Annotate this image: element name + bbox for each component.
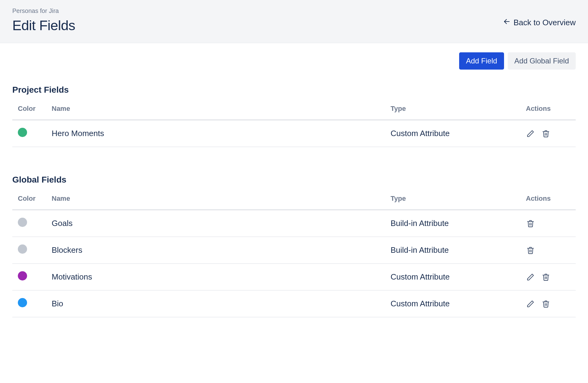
breadcrumb: Personas for Jira xyxy=(12,7,75,14)
name-cell: Goals xyxy=(46,210,385,237)
actions-wrap xyxy=(526,129,570,138)
table-row: BioCustom Attribute xyxy=(12,290,576,317)
table-row: GoalsBuild-in Attribute xyxy=(12,210,576,237)
edit-button[interactable] xyxy=(526,299,535,308)
col-header-name: Name xyxy=(46,190,385,210)
col-header-name: Name xyxy=(46,100,385,120)
page-title: Edit Fields xyxy=(12,18,75,34)
header-left: Personas for Jira Edit Fields xyxy=(12,7,75,34)
content-area: Add Field Add Global Field Project Field… xyxy=(0,43,588,354)
actions-wrap xyxy=(526,219,570,228)
delete-button[interactable] xyxy=(526,246,535,255)
color-swatch xyxy=(18,298,27,307)
trash-icon xyxy=(526,246,534,254)
trash-icon xyxy=(526,220,534,228)
color-swatch xyxy=(18,271,27,280)
name-cell: Motivations xyxy=(46,264,385,290)
actions-cell xyxy=(520,210,576,237)
global-fields-title: Global Fields xyxy=(12,175,576,185)
col-header-type: Type xyxy=(385,100,520,120)
pencil-icon xyxy=(526,300,534,308)
actions-cell xyxy=(520,290,576,317)
page-header: Personas for Jira Edit Fields Back to Ov… xyxy=(0,0,588,43)
color-swatch xyxy=(18,218,27,227)
project-fields-table: Color Name Type Actions Hero MomentsCust… xyxy=(12,100,576,147)
toolbar: Add Field Add Global Field xyxy=(12,52,576,70)
type-cell: Custom Attribute xyxy=(385,290,520,317)
table-row: BlockersBuild-in Attribute xyxy=(12,237,576,264)
actions-wrap xyxy=(526,299,570,308)
table-row: Hero MomentsCustom Attribute xyxy=(12,120,576,147)
project-fields-section: Project Fields Color Name Type Actions H… xyxy=(12,85,576,147)
delete-button[interactable] xyxy=(541,299,550,308)
arrow-left-icon xyxy=(503,18,514,27)
back-to-overview-link[interactable]: Back to Overview xyxy=(503,18,576,27)
add-global-field-button[interactable]: Add Global Field xyxy=(508,52,576,70)
back-to-overview-label: Back to Overview xyxy=(514,18,576,27)
pencil-icon xyxy=(526,130,534,138)
actions-cell xyxy=(520,264,576,290)
name-cell: Hero Moments xyxy=(46,120,385,147)
actions-wrap xyxy=(526,272,570,282)
delete-button[interactable] xyxy=(541,272,550,282)
edit-button[interactable] xyxy=(526,129,535,138)
trash-icon xyxy=(542,273,550,281)
delete-button[interactable] xyxy=(526,219,535,228)
color-swatch xyxy=(18,244,27,254)
global-fields-table: Color Name Type Actions GoalsBuild-in At… xyxy=(12,190,576,317)
actions-wrap xyxy=(526,246,570,255)
type-cell: Build-in Attribute xyxy=(385,237,520,264)
name-cell: Blockers xyxy=(46,237,385,264)
color-cell xyxy=(12,120,46,147)
col-header-actions: Actions xyxy=(520,100,576,120)
pencil-icon xyxy=(526,273,534,281)
actions-cell xyxy=(520,237,576,264)
color-swatch xyxy=(18,128,27,137)
col-header-color: Color xyxy=(12,100,46,120)
col-header-type: Type xyxy=(385,190,520,210)
delete-button[interactable] xyxy=(541,129,550,138)
col-header-actions: Actions xyxy=(520,190,576,210)
type-cell: Custom Attribute xyxy=(385,264,520,290)
add-field-button[interactable]: Add Field xyxy=(459,52,504,70)
name-cell: Bio xyxy=(46,290,385,317)
global-fields-section: Global Fields Color Name Type Actions Go… xyxy=(12,175,576,317)
project-fields-title: Project Fields xyxy=(12,85,576,95)
color-cell xyxy=(12,210,46,237)
trash-icon xyxy=(542,130,550,138)
edit-button[interactable] xyxy=(526,272,535,282)
type-cell: Build-in Attribute xyxy=(385,210,520,237)
table-row: MotivationsCustom Attribute xyxy=(12,264,576,290)
color-cell xyxy=(12,290,46,317)
trash-icon xyxy=(542,300,550,308)
color-cell xyxy=(12,264,46,290)
color-cell xyxy=(12,237,46,264)
col-header-color: Color xyxy=(12,190,46,210)
actions-cell xyxy=(520,120,576,147)
type-cell: Custom Attribute xyxy=(385,120,520,147)
